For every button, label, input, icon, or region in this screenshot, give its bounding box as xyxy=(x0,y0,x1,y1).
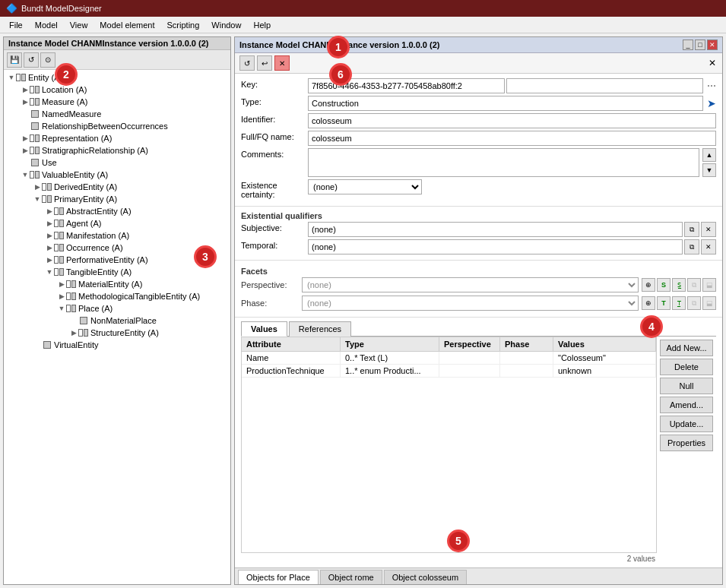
perspective-add-btn[interactable]: ⊕ xyxy=(642,278,655,292)
phase-t2-btn[interactable]: T̲ xyxy=(672,296,686,310)
bottom-tab-objects-place[interactable]: Objects for Place xyxy=(238,570,319,584)
phase-t-btn[interactable]: T xyxy=(657,296,671,310)
amend-button[interactable]: Amend... xyxy=(660,397,713,413)
tree-structure[interactable]: ▶ StructureEntity (A) xyxy=(5,327,229,339)
perspective-copy-btn[interactable]: ⧉ xyxy=(687,278,701,292)
tree-entity[interactable]: ▼ Entity (A xyxy=(5,71,229,84)
tree-abstract[interactable]: ▶ AbstractEntity (A) xyxy=(5,205,229,217)
phase-select[interactable]: (none) xyxy=(302,296,639,311)
object-button[interactable]: ⊙ xyxy=(40,52,55,68)
expand-icon[interactable]: ▶ xyxy=(45,255,54,264)
tree-location[interactable]: ▶ Location (A) xyxy=(5,84,229,96)
expand-icon[interactable]: ▼ xyxy=(57,304,66,313)
expand-icon[interactable]: ▼ xyxy=(33,194,42,204)
tree-named-measure[interactable]: NamedMeasure xyxy=(5,108,229,120)
temporal-btn1[interactable]: ⧉ xyxy=(684,239,699,254)
tree-material[interactable]: ▶ MaterialEntity (A) xyxy=(5,278,229,290)
expand-icon[interactable]: ▶ xyxy=(21,85,30,94)
tree-stratigraphic[interactable]: ▶ StratigraphicRelationship (A) xyxy=(5,144,229,156)
expand-icon[interactable]: ▼ xyxy=(45,267,54,277)
perspective-paste-btn[interactable]: ⬓ xyxy=(702,278,716,292)
table-row[interactable]: Name 0..* Text (L) "Colosseum" xyxy=(242,352,656,365)
temporal-btn2[interactable]: ✕ xyxy=(701,239,716,254)
dots-menu[interactable]: ⋯ xyxy=(707,81,716,91)
expand-icon[interactable]: ▶ xyxy=(45,207,54,216)
tree-representation[interactable]: ▶ Representation (A) xyxy=(5,132,229,144)
tab-values[interactable]: Values xyxy=(241,321,287,337)
expand-icon[interactable]: ▶ xyxy=(21,134,30,143)
expand-icon[interactable]: ▼ xyxy=(7,73,16,82)
tree-use[interactable]: Use xyxy=(5,156,229,169)
expand-icon[interactable]: ▶ xyxy=(21,146,30,155)
temporal-input[interactable] xyxy=(308,239,683,254)
null-button[interactable]: Null xyxy=(660,378,713,394)
menu-model-element[interactable]: Model element xyxy=(94,19,160,31)
tree-relationship[interactable]: RelationshipBetweenOccurrences xyxy=(5,120,229,132)
values-table[interactable]: Attribute Type Perspective Phase Values … xyxy=(241,337,657,553)
expand-icon[interactable]: ▶ xyxy=(69,328,78,337)
bottom-tab-object-colosseum[interactable]: Object colosseum xyxy=(384,570,467,584)
expand-icon[interactable]: ▶ xyxy=(45,243,54,252)
expand-icon[interactable]: ▶ xyxy=(45,231,54,240)
expand-icon[interactable]: ▶ xyxy=(21,97,30,106)
bottom-tab-object-rome[interactable]: Object rome xyxy=(320,570,382,584)
tree-container[interactable]: ▼ Entity (A ▶ Location (A) ▶ Measure (A)… xyxy=(4,70,230,584)
subjective-btn1[interactable]: ⧉ xyxy=(684,222,699,237)
maximize-button[interactable]: □ xyxy=(695,40,705,50)
comments-scroll-up[interactable]: ▲ xyxy=(702,148,716,162)
phase-paste-btn[interactable]: ⬓ xyxy=(702,296,716,310)
refresh-button[interactable]: ↺ xyxy=(239,55,255,71)
perspective-s-btn[interactable]: S xyxy=(657,278,671,292)
menu-model[interactable]: Model xyxy=(29,19,64,31)
tree-virtual[interactable]: VirtualEntity xyxy=(5,339,229,351)
expand-icon[interactable]: ▶ xyxy=(45,219,54,228)
tree-manifestation[interactable]: ▶ Manifestation (A) xyxy=(5,229,229,242)
fullname-input[interactable] xyxy=(308,131,716,146)
menu-scripting[interactable]: Scripting xyxy=(161,19,206,31)
existence-select[interactable]: (none) xyxy=(308,179,422,194)
undo-button[interactable]: ↩ xyxy=(257,55,272,71)
comments-textarea[interactable] xyxy=(308,148,699,177)
tree-valuable[interactable]: ▼ ValuableEntity (A) xyxy=(5,169,229,181)
properties-button[interactable]: Properties xyxy=(660,435,713,451)
tree-performative[interactable]: ▶ PerformativeEntity (A) xyxy=(5,254,229,266)
tree-derived[interactable]: ▶ DerivedEntity (A) xyxy=(5,181,229,193)
expand-icon[interactable]: ▶ xyxy=(57,292,66,301)
subjective-input[interactable] xyxy=(308,222,683,237)
save-button[interactable]: 💾 xyxy=(7,52,22,68)
key-input[interactable] xyxy=(308,78,505,93)
phase-copy-btn[interactable]: ⧉ xyxy=(687,296,701,310)
delete-button[interactable]: ✕ xyxy=(274,55,290,71)
minimize-button[interactable]: _ xyxy=(683,40,693,50)
tree-primary[interactable]: ▼ PrimaryEntity (A) xyxy=(5,193,229,205)
perspective-s2-btn[interactable]: S̲ xyxy=(672,278,686,292)
close-button[interactable]: ✕ xyxy=(707,40,718,50)
tree-tangible[interactable]: ▼ TangibleEntity (A) xyxy=(5,266,229,278)
tree-occurrence[interactable]: ▶ Occurrence (A) xyxy=(5,242,229,254)
refresh-button[interactable]: ↺ xyxy=(24,52,39,68)
menu-window[interactable]: Window xyxy=(205,19,247,31)
subjective-btn2[interactable]: ✕ xyxy=(701,222,716,237)
tree-methodological[interactable]: ▶ MethodologicalTangibleEntity (A) xyxy=(5,290,229,302)
tree-place[interactable]: ▼ Place (A) xyxy=(5,302,229,315)
type-input[interactable] xyxy=(308,96,703,111)
add-new-button[interactable]: Add New... xyxy=(660,340,713,356)
expand-icon[interactable]: ▶ xyxy=(33,182,42,191)
menu-file[interactable]: File xyxy=(3,19,29,31)
update-button[interactable]: Update... xyxy=(660,416,713,432)
identifier-input[interactable] xyxy=(308,113,716,128)
key-extra-input[interactable] xyxy=(506,78,703,93)
tree-measure[interactable]: ▶ Measure (A) xyxy=(5,96,229,108)
delete-value-button[interactable]: Delete xyxy=(660,359,713,375)
menu-view[interactable]: View xyxy=(64,19,94,31)
expand-icon[interactable]: ▼ xyxy=(21,170,30,179)
phase-add-btn[interactable]: ⊕ xyxy=(642,296,655,310)
tab-references[interactable]: References xyxy=(289,321,351,337)
perspective-select[interactable]: (none) xyxy=(302,277,639,292)
comments-scroll-down[interactable]: ▼ xyxy=(702,163,716,177)
menu-help[interactable]: Help xyxy=(247,19,277,31)
tree-nonmaterial[interactable]: NonMaterialPlace xyxy=(5,315,229,327)
tree-agent[interactable]: ▶ Agent (A) xyxy=(5,217,229,229)
table-row[interactable]: ProductionTechnique 1..* enum Producti..… xyxy=(242,365,656,378)
panel-close-button[interactable]: ✕ xyxy=(707,58,718,68)
